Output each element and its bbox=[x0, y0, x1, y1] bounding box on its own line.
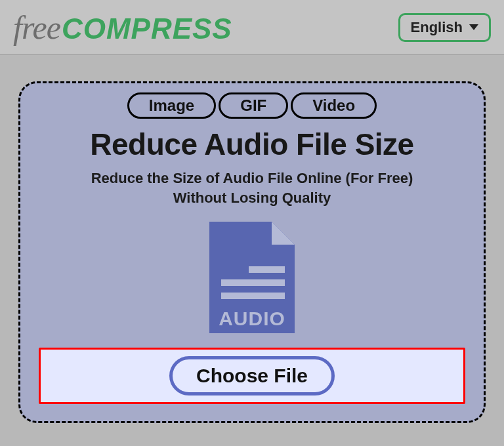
tab-video[interactable]: Video bbox=[291, 92, 377, 119]
page-title: Reduce Audio File Size bbox=[90, 127, 413, 162]
logo-compress-text: COMPRESS bbox=[62, 12, 232, 45]
subtitle-line1: Reduce the Size of Audio File Online (Fo… bbox=[91, 170, 413, 186]
language-selector[interactable]: English bbox=[398, 13, 491, 42]
svg-rect-2 bbox=[249, 266, 285, 273]
language-label: English bbox=[411, 19, 463, 36]
format-tabs: Image GIF Video bbox=[127, 92, 377, 119]
svg-marker-1 bbox=[272, 222, 295, 245]
svg-rect-3 bbox=[221, 279, 285, 286]
choose-file-button[interactable]: Choose File bbox=[169, 356, 335, 395]
logo[interactable]: free COMPRESS bbox=[13, 9, 232, 47]
upload-dropzone[interactable]: Image GIF Video Reduce Audio File Size R… bbox=[18, 81, 486, 423]
svg-rect-4 bbox=[221, 293, 285, 299]
header: free COMPRESS English bbox=[0, 0, 504, 55]
tab-image[interactable]: Image bbox=[127, 92, 216, 119]
subtitle-line2: Without Losing Quality bbox=[173, 190, 331, 206]
logo-free-text: free bbox=[13, 9, 60, 47]
file-icon-label: AUDIO bbox=[219, 308, 285, 329]
main-content: Image GIF Video Reduce Audio File Size R… bbox=[0, 55, 504, 423]
chevron-down-icon bbox=[469, 24, 478, 30]
audio-file-icon: AUDIO bbox=[209, 222, 295, 336]
tab-gif[interactable]: GIF bbox=[219, 92, 288, 119]
page-subtitle: Reduce the Size of Audio File Online (Fo… bbox=[91, 169, 413, 207]
choose-file-area: Choose File bbox=[39, 348, 465, 404]
